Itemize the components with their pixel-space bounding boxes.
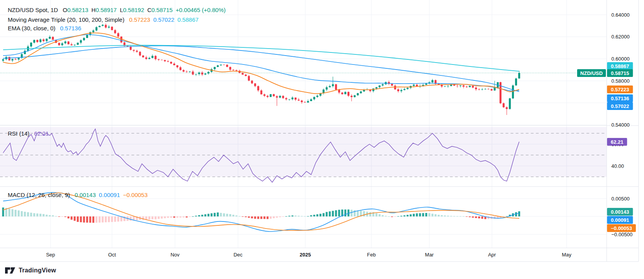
macd-axis-label: −0.00500 — [611, 232, 633, 237]
ma200-line — [3, 45, 519, 71]
macd-line-value: 0.00091 — [99, 192, 120, 198]
ohlc-high-label: H — [91, 7, 96, 13]
tradingview-brand-text: TradingView — [19, 267, 56, 274]
ohlc-low-value: 0.58192 — [123, 7, 144, 13]
symbol-price-badge: NZD/USD — [577, 69, 606, 77]
price-axis-label: 0.54000 — [611, 122, 630, 128]
ohlc-close-value: 0.58715 — [152, 7, 173, 13]
ma20-value: 0.57223 — [129, 16, 150, 23]
price-scale-badge: 0.58867 — [607, 62, 633, 70]
ma200-value: 0.58867 — [177, 16, 198, 23]
time-axis-label: May — [562, 252, 572, 258]
price-scale-badge: 0.00143 — [607, 208, 633, 216]
svg-text:−0.00053: −0.00053 — [611, 225, 632, 231]
price-scale-badge: 0.00091 — [607, 216, 633, 224]
ema-value: 0.57136 — [60, 25, 81, 31]
price-scale-badge: 0.57022 — [607, 102, 633, 110]
svg-text:0.58867: 0.58867 — [611, 63, 629, 69]
rsi-pane[interactable] — [0, 127, 607, 182]
time-axis-label: Mar — [425, 252, 434, 258]
ma100-value: 0.57022 — [153, 16, 174, 23]
gridlines — [0, 0, 607, 248]
macd-axis-label: 0.00500 — [611, 196, 630, 202]
price-axis-label: 0.64000 — [611, 12, 630, 18]
symbol-title: NZD/USD Spot, 1D — [8, 7, 58, 13]
svg-text:0.57136: 0.57136 — [611, 96, 629, 101]
time-axis-label: Feb — [367, 252, 376, 258]
macd-hist-value: 0.00143 — [75, 192, 96, 198]
ohlc-low-label: L — [120, 7, 123, 13]
ohlc-open-value: 0.58213 — [67, 7, 88, 13]
time-axis-label: 2025 — [300, 252, 311, 258]
tradingview-glyph-icon — [5, 267, 16, 274]
time-axis-label: Sep — [46, 252, 55, 258]
rsi-label: RSI (14) — [8, 130, 30, 137]
price-scale-badge: −0.00053 — [607, 224, 636, 232]
svg-text:0.58715: 0.58715 — [611, 70, 629, 76]
chart-container: 0.640000.620000.600000.580000.5400060.00… — [0, 0, 644, 279]
ma-triple-label: Moving Average Triple (20, 100, 200, Sim… — [8, 16, 124, 23]
time-axis-label: Apr — [488, 252, 496, 258]
ohlc-open-label: O — [63, 7, 67, 13]
svg-text:0.00143: 0.00143 — [611, 209, 629, 215]
price-scale-badge: 0.58715 — [607, 69, 633, 77]
change-value: +0.00465 (+0.80%) — [176, 7, 226, 13]
svg-text:NZD/USD: NZD/USD — [580, 70, 603, 76]
time-axis-label: Nov — [170, 252, 180, 258]
chart-canvas[interactable]: 0.640000.620000.600000.580000.5400060.00… — [0, 0, 644, 279]
price-axis-label: 0.58000 — [611, 78, 630, 84]
macd-label: MACD (12, 26, close, 9) — [8, 192, 70, 198]
ema30-line — [3, 35, 519, 91]
price-axis-label: 0.62000 — [611, 34, 630, 40]
ema-label: EMA (30, close, 0) — [8, 25, 56, 31]
rsi-value: 62.21 — [34, 130, 49, 137]
price-axis-label: 0.60000 — [611, 56, 630, 62]
symbol-legend-row: NZD/USD Spot, 1DO0.58213H0.58917L0.58192… — [8, 6, 229, 14]
svg-text:0.57022: 0.57022 — [611, 103, 629, 109]
tradingview-logo[interactable]: TradingView — [5, 267, 56, 274]
macd-signal-value: −0.00053 — [123, 192, 148, 198]
price-scale-badge: 0.57136 — [607, 94, 633, 102]
macd-legend-row: MACD (12, 26, close, 9)0.001430.00091−0.… — [8, 191, 151, 199]
svg-text:62.21: 62.21 — [611, 139, 623, 145]
svg-text:0.00091: 0.00091 — [611, 217, 629, 223]
ohlc-close-label: C — [147, 7, 152, 13]
rsi-legend-row: RSI (14)62.21 — [8, 130, 52, 137]
time-axis-label: Dec — [233, 252, 243, 258]
time-axis[interactable]: SepOctNovDec2025FebMarAprMay — [46, 252, 571, 258]
price-scale-badge: 0.57223 — [607, 85, 633, 93]
ohlc-high-value: 0.58917 — [96, 7, 117, 13]
price-pane[interactable] — [0, 23, 607, 115]
price-scale-badge: 62.21 — [607, 138, 627, 146]
ma-triple-legend-row: Moving Average Triple (20, 100, 200, Sim… — [8, 16, 202, 23]
time-axis-label: Oct — [108, 252, 116, 258]
svg-text:0.57223: 0.57223 — [611, 87, 629, 92]
rsi-axis-label: 40.00 — [611, 163, 624, 169]
ema-legend-row: EMA (30, close, 0)0.57136 — [8, 24, 84, 32]
